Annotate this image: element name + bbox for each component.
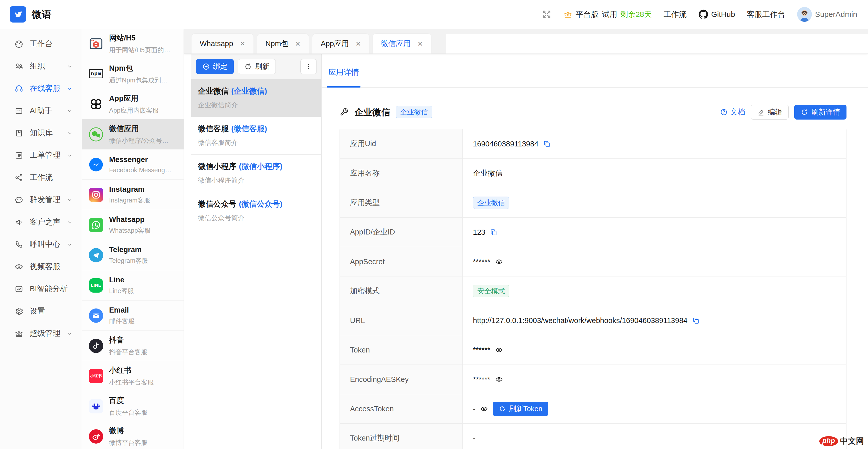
body: 工作台 组织 在线客服 AI助手 知识库 工单管理 工作流 群发管理 客户之声 bbox=[0, 29, 868, 449]
call-icon bbox=[14, 240, 24, 249]
github-link[interactable]: GitHub bbox=[699, 9, 735, 19]
ticket-icon bbox=[14, 151, 24, 160]
bind-button[interactable]: 绑定 bbox=[196, 59, 234, 74]
copy-icon[interactable] bbox=[692, 317, 700, 324]
app-logo[interactable] bbox=[10, 6, 26, 23]
agent-workbench-link[interactable]: 客服工作台 bbox=[747, 9, 785, 20]
tab-label: 微信应用 bbox=[381, 39, 411, 49]
edit-button[interactable]: 编辑 bbox=[751, 105, 788, 120]
refresh-icon bbox=[801, 108, 808, 116]
close-icon[interactable]: ✕ bbox=[295, 40, 301, 47]
app-description: 企业微信简介 bbox=[198, 101, 315, 109]
channel-item-messenger[interactable]: Messenger Facebook Messeng… bbox=[82, 150, 184, 180]
sidebar-item-ticket[interactable]: 工单管理 bbox=[0, 144, 82, 166]
channel-description: 百度平台客服 bbox=[109, 408, 179, 417]
row-label: 应用类型 bbox=[340, 188, 463, 217]
sidebar-item-org[interactable]: 组织 bbox=[0, 55, 82, 77]
refresh-detail-button[interactable]: 刷新详情 bbox=[794, 105, 846, 120]
chevron-down-icon bbox=[66, 330, 73, 337]
more-button[interactable] bbox=[300, 59, 317, 74]
workflow-link[interactable]: 工作流 bbox=[664, 9, 687, 20]
sidebar-item-eye[interactable]: 视频客服 bbox=[0, 255, 82, 278]
channel-item-email[interactable]: Email 邮件客服 bbox=[82, 300, 184, 331]
row-value: 1690460389113984 bbox=[473, 140, 538, 148]
sidebar-item-label: 视频客服 bbox=[30, 261, 73, 272]
sidebar-item-voice[interactable]: 客户之声 bbox=[0, 211, 82, 233]
channel-name: Messenger bbox=[109, 155, 179, 164]
app-list-item-0[interactable]: 企业微信(企业微信) 企业微信简介 bbox=[191, 79, 321, 117]
sidebar-item-workflow[interactable]: 工作流 bbox=[0, 166, 82, 189]
doc-link[interactable]: 文档 bbox=[720, 107, 745, 117]
eye-icon[interactable] bbox=[495, 258, 503, 266]
tab-1[interactable]: Npm包 ✕ bbox=[257, 34, 309, 54]
sidebar-item-broadcast[interactable]: 群发管理 bbox=[0, 189, 82, 211]
table-row: 应用Uid 1690460389113984 bbox=[340, 129, 846, 158]
channel-item-whatsapp[interactable]: Whatsapp Whatsapp客服 bbox=[82, 210, 184, 240]
app-detail-table: 应用Uid 1690460389113984 应用名称 企业微信 应用类型 企业… bbox=[340, 129, 846, 449]
channel-item-weibo[interactable]: 微博 微博平台客服 bbox=[82, 421, 184, 449]
php-cn-watermark: php 中文网 bbox=[819, 436, 864, 446]
sidebar-item-ai[interactable]: AI助手 bbox=[0, 100, 82, 122]
app-list-item-3[interactable]: 微信公众号(微信公众号) 微信公众号简介 bbox=[191, 192, 321, 230]
channel-item-telegram[interactable]: Telegram Telegram客服 bbox=[82, 240, 184, 270]
sidebar-item-call[interactable]: 呼叫中心 bbox=[0, 233, 82, 255]
app-description: 微信小程序简介 bbox=[198, 176, 315, 185]
line-icon: LINE bbox=[89, 278, 103, 293]
channel-description: App应用内嵌客服 bbox=[109, 106, 179, 115]
refresh-token-button[interactable]: 刷新Token bbox=[493, 402, 549, 416]
tab-app-detail[interactable]: 应用详情 bbox=[327, 67, 361, 87]
channel-item-douyin[interactable]: 抖音 抖音平台客服 bbox=[82, 331, 184, 361]
plan-info[interactable]: 平台版 试用 剩余28天 bbox=[563, 9, 652, 20]
tab-label: Npm包 bbox=[265, 39, 288, 49]
user-menu[interactable]: SuperAdmin bbox=[797, 7, 857, 22]
content: 绑定 刷新 企业微信(企业微信) 企业微信简介 微信客服(微信客服) 微信客服简… bbox=[184, 54, 868, 449]
copy-icon[interactable] bbox=[490, 228, 497, 236]
channel-item-xiaohongshu[interactable]: 小红书 小红书 小红书平台客服 bbox=[82, 361, 184, 391]
channel-item-npm[interactable]: npm Npm包 通过Npm包集成到… bbox=[82, 59, 184, 89]
sidebar-item-headset[interactable]: 在线客服 bbox=[0, 77, 82, 100]
tab-0[interactable]: Whatsapp ✕ bbox=[191, 34, 253, 54]
app-title: 微语 bbox=[32, 8, 52, 21]
row-value: ****** bbox=[473, 258, 490, 266]
channel-item-wechat[interactable]: 微信应用 微信小程序/公众号… bbox=[82, 119, 184, 150]
appclover-icon bbox=[89, 97, 103, 111]
channel-item-instagram[interactable]: Instagram Instagram客服 bbox=[82, 180, 184, 210]
douyin-icon bbox=[89, 339, 103, 353]
app-name: 微信客服 bbox=[198, 124, 229, 133]
close-icon[interactable]: ✕ bbox=[417, 40, 423, 47]
refresh-button[interactable]: 刷新 bbox=[238, 59, 276, 74]
channel-item-baidu[interactable]: 百度 百度平台客服 bbox=[82, 391, 184, 421]
row-value: http://127.0.0.1:9003/wechat/work/webhoo… bbox=[473, 316, 687, 325]
app-alias: (微信小程序) bbox=[239, 162, 282, 170]
app-detail-panel: 应用详情 企业微信 企业微信 文档 bbox=[321, 54, 868, 449]
brand: 微语 bbox=[10, 6, 52, 23]
tab-2[interactable]: App应用 ✕ bbox=[312, 34, 369, 54]
copy-icon[interactable] bbox=[543, 140, 551, 148]
eye-icon[interactable] bbox=[480, 405, 488, 413]
channel-item-appclover[interactable]: App应用 App应用内嵌客服 bbox=[82, 89, 184, 119]
pencil-icon bbox=[757, 108, 765, 116]
voice-icon bbox=[14, 218, 24, 227]
channel-item-line[interactable]: LINE Line Line客服 bbox=[82, 270, 184, 300]
eye-icon[interactable] bbox=[495, 346, 503, 354]
eye-icon[interactable] bbox=[495, 375, 503, 383]
app-description: 微信公众号简介 bbox=[198, 214, 315, 222]
tab-3[interactable]: 微信应用 ✕ bbox=[373, 34, 431, 54]
sidebar-item-crown[interactable]: 超级管理 bbox=[0, 322, 82, 345]
close-icon[interactable]: ✕ bbox=[240, 40, 246, 47]
eye-icon bbox=[14, 262, 24, 271]
sidebar-item-book[interactable]: 知识库 bbox=[0, 122, 82, 144]
app-list-item-1[interactable]: 微信客服(微信客服) 微信客服简介 bbox=[191, 117, 321, 155]
table-row: 应用类型 企业微信 bbox=[340, 188, 846, 217]
sidebar-item-bi[interactable]: BI智能分析 bbox=[0, 278, 82, 300]
fullscreen-icon[interactable] bbox=[542, 9, 552, 19]
sidebar-item-settings[interactable]: 设置 bbox=[0, 300, 82, 322]
app-list-item-2[interactable]: 微信小程序(微信小程序) 微信小程序简介 bbox=[191, 155, 321, 192]
table-row: 加密模式 安全模式 bbox=[340, 276, 846, 306]
sidebar-item-dashboard[interactable]: 工作台 bbox=[0, 33, 82, 55]
row-label: EncodingAESKey bbox=[340, 365, 463, 394]
sidebar-item-label: 群发管理 bbox=[30, 195, 66, 205]
close-icon[interactable]: ✕ bbox=[355, 40, 361, 47]
channel-item-web[interactable]: 网站/H5 用于网站/H5页面的… bbox=[82, 29, 184, 59]
github-icon bbox=[699, 9, 708, 19]
